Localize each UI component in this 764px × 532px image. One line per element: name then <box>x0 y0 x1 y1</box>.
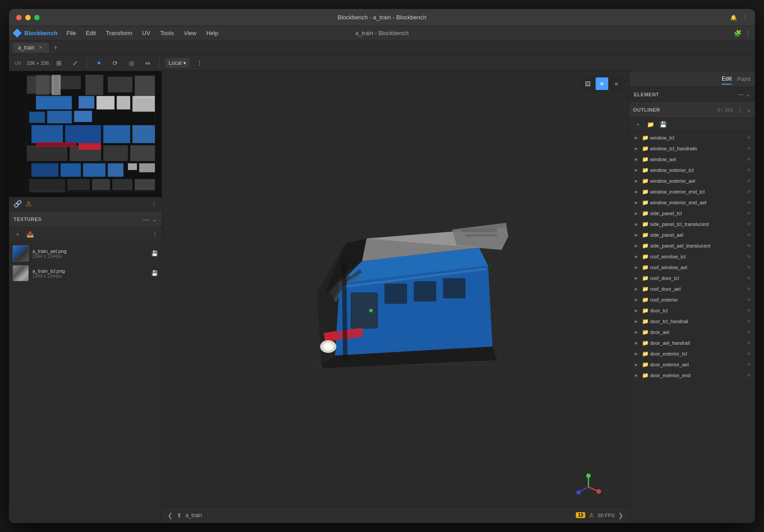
outliner-item-15[interactable]: ▶ 📁 roof_exterior 👁 <box>629 294 755 305</box>
outliner-item-21[interactable]: ▶ 📁 door_exterior_ael 👁 <box>629 359 755 370</box>
outliner-item-1[interactable]: ▶ 📁 window_tcl_handrails 👁 <box>629 143 755 154</box>
viewport[interactable]: 🖼 ☀ ≡ <box>162 71 629 523</box>
outliner-item-3[interactable]: ▶ 📁 window_exterior_tcl 👁 <box>629 165 755 176</box>
texture-item-ael[interactable]: a_train_ael.png 1344 x 1344px 💾 <box>9 243 162 263</box>
outliner-item-7[interactable]: ▶ 📁 side_panel_tcl 👁 <box>629 208 755 219</box>
outliner-item-16[interactable]: ▶ 📁 door_tcl 👁 <box>629 305 755 316</box>
notification-icon[interactable]: 🔔 <box>730 14 737 21</box>
warning-count[interactable]: 13 <box>576 512 585 518</box>
flip-tool[interactable]: ⇔ <box>141 57 154 69</box>
tab-a-train[interactable]: a_train ✕ <box>13 43 49 53</box>
outliner-item-4[interactable]: ▶ 📁 window_exterior_ael 👁 <box>629 176 755 186</box>
textures-collapse[interactable]: — <box>143 216 149 223</box>
minimize-button[interactable] <box>25 15 31 20</box>
outliner-item-6[interactable]: ▶ 📁 window_exterior_end_ael 👁 <box>629 197 755 208</box>
panel-more[interactable]: ⋮ <box>151 200 157 207</box>
outliner-item-20[interactable]: ▶ 📁 door_exterior_tcl 👁 <box>629 348 755 359</box>
eye-icon-16[interactable]: 👁 <box>746 308 751 313</box>
eye-icon-22[interactable]: 👁 <box>746 373 751 378</box>
texture-item-tcl[interactable]: a_train_tcl.png 1344 x 1344px 💾 <box>9 263 162 283</box>
tab-close-button[interactable]: ✕ <box>37 45 44 51</box>
eye-icon-15[interactable]: 👁 <box>746 297 751 302</box>
textures-expand[interactable]: ⌄ <box>152 216 157 223</box>
outliner-item-2[interactable]: ▶ 📁 window_ael 👁 <box>629 154 755 165</box>
menu-help[interactable]: Help <box>202 28 223 38</box>
textures-more[interactable]: ⋮ <box>152 231 158 238</box>
eye-icon-13[interactable]: 👁 <box>746 275 751 281</box>
eye-icon-19[interactable]: 👁 <box>746 340 751 346</box>
more-icon[interactable]: ⋮ <box>742 14 748 21</box>
element-expand[interactable]: ⌄ <box>746 91 750 98</box>
settings-icon[interactable]: ⋮ <box>745 30 751 37</box>
outliner-expand[interactable]: ⌄ <box>746 106 751 113</box>
outliner-item-12[interactable]: ▶ 📁 roof_window_ael 👁 <box>629 262 755 273</box>
warning-icon[interactable]: ⚠ <box>26 200 32 208</box>
viewport-image-btn[interactable]: 🖼 <box>581 77 594 90</box>
outliner-more[interactable]: ⋮ <box>737 107 743 113</box>
import-texture-btn[interactable]: 📥 <box>25 230 35 239</box>
eye-icon-10[interactable]: 👁 <box>746 243 751 248</box>
next-tab[interactable]: ❯ <box>618 512 624 519</box>
outliner-item-8[interactable]: ▶ 📁 side_panel_tcl_translucent 👁 <box>629 219 755 230</box>
eye-icon-17[interactable]: 👁 <box>746 319 751 324</box>
more-options[interactable]: ⋮ <box>193 57 206 69</box>
prev-tab[interactable]: ❮ <box>167 512 173 519</box>
eye-icon-0[interactable]: 👁 <box>746 135 751 140</box>
eye-icon-1[interactable]: 👁 <box>746 146 751 151</box>
eye-icon-2[interactable]: 👁 <box>746 157 751 162</box>
menu-view[interactable]: View <box>179 28 201 38</box>
expand-icon[interactable]: ⤢ <box>69 57 81 69</box>
eye-icon-5[interactable]: 👁 <box>746 189 751 194</box>
outliner-item-11[interactable]: ▶ 📁 roof_window_tcl 👁 <box>629 251 755 262</box>
menu-tools[interactable]: Tools <box>156 28 178 38</box>
tab-edit[interactable]: Edit <box>722 73 732 85</box>
outliner-item-17[interactable]: ▶ 📁 door_tcl_handrail 👁 <box>629 316 755 327</box>
texture-save-ael[interactable]: 💾 <box>151 250 158 257</box>
menu-transform[interactable]: Transform <box>101 28 137 38</box>
link-icon[interactable]: 🔗 <box>14 200 22 208</box>
resize-icon[interactable]: ⊞ <box>53 57 65 69</box>
add-group-btn[interactable]: + <box>633 120 643 130</box>
maximize-button[interactable] <box>34 15 40 20</box>
tab-paint[interactable]: Paint <box>737 74 750 84</box>
eye-icon-21[interactable]: 👁 <box>746 362 751 367</box>
outliner-item-19[interactable]: ▶ 📁 door_ael_handrail 👁 <box>629 338 755 348</box>
element-collapse[interactable]: — <box>738 91 744 98</box>
eye-icon-11[interactable]: 👁 <box>746 254 751 259</box>
eye-icon-6[interactable]: 👁 <box>746 200 751 205</box>
eye-icon-9[interactable]: 👁 <box>746 232 751 238</box>
eye-icon-8[interactable]: 👁 <box>746 221 751 227</box>
eye-icon-4[interactable]: 👁 <box>746 178 751 184</box>
viewport-menu-btn[interactable]: ≡ <box>610 77 623 90</box>
outliner-item-14[interactable]: ▶ 📁 roof_door_ael 👁 <box>629 284 755 294</box>
local-dropdown[interactable]: Local ▾ <box>165 58 190 68</box>
add-texture-btn[interactable]: + <box>13 230 23 239</box>
viewport-3d-btn[interactable]: ☀ <box>596 77 608 90</box>
export-icon[interactable]: ⬆ <box>176 512 182 519</box>
puzzle-icon[interactable]: 🧩 <box>734 30 741 37</box>
texture-save-tcl[interactable]: 💾 <box>151 270 158 276</box>
outliner-item-5[interactable]: ▶ 📁 window_exterior_end_tcl 👁 <box>629 186 755 197</box>
eye-icon-14[interactable]: 👁 <box>746 286 751 292</box>
outliner-item-18[interactable]: ▶ 📁 door_ael 👁 <box>629 327 755 338</box>
outliner-item-9[interactable]: ▶ 📁 side_panel_ael 👁 <box>629 230 755 240</box>
close-button[interactable] <box>16 15 22 20</box>
eye-icon-20[interactable]: 👁 <box>746 351 751 356</box>
menu-edit[interactable]: Edit <box>81 28 100 38</box>
eye-icon-12[interactable]: 👁 <box>746 265 751 270</box>
eye-icon-7[interactable]: 👁 <box>746 211 751 216</box>
outliner-item-0[interactable]: ▶ 📁 window_tcl 👁 <box>629 132 755 143</box>
outliner-item-10[interactable]: ▶ 📁 side_panel_ael_translucent 👁 <box>629 240 755 251</box>
move-tool[interactable]: ✦ <box>93 57 105 69</box>
menu-uv[interactable]: UV <box>138 28 155 38</box>
menu-file[interactable]: File <box>62 28 81 38</box>
add-folder-btn[interactable]: 📁 <box>646 120 656 130</box>
outliner-item-22[interactable]: ▶ 📁 door_exterior_end 👁 <box>629 370 755 381</box>
eye-icon-18[interactable]: 👁 <box>746 329 751 335</box>
outliner-item-13[interactable]: ▶ 📁 roof_door_tcl 👁 <box>629 273 755 284</box>
pivot-tool[interactable]: ◎ <box>125 57 138 69</box>
rotate-tool[interactable]: ⟳ <box>109 57 122 69</box>
eye-icon-3[interactable]: 👁 <box>746 167 751 173</box>
tab-add-button[interactable]: + <box>51 44 60 52</box>
save-outliner-btn[interactable]: 💾 <box>658 120 668 130</box>
